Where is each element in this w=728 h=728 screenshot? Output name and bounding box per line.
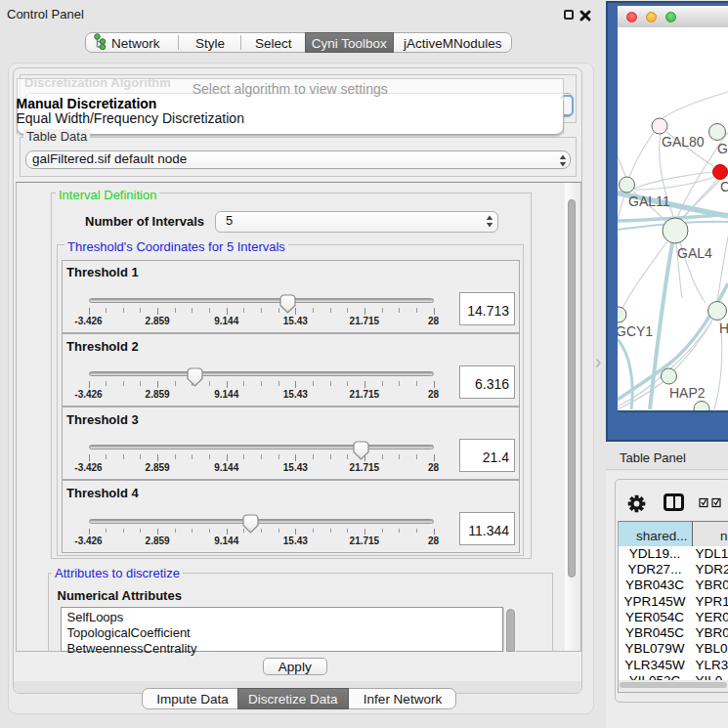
svg-text:GAL4: GAL4	[677, 245, 712, 261]
svg-text:GAL11: GAL11	[628, 193, 670, 209]
svg-text:C: C	[720, 179, 728, 194]
svg-text:H: H	[719, 321, 728, 336]
svg-text:GA: GA	[717, 141, 728, 156]
svg-text:GCY1: GCY1	[618, 323, 653, 339]
svg-text:HAP2: HAP2	[669, 385, 706, 401]
svg-text:GAL80: GAL80	[662, 134, 705, 150]
